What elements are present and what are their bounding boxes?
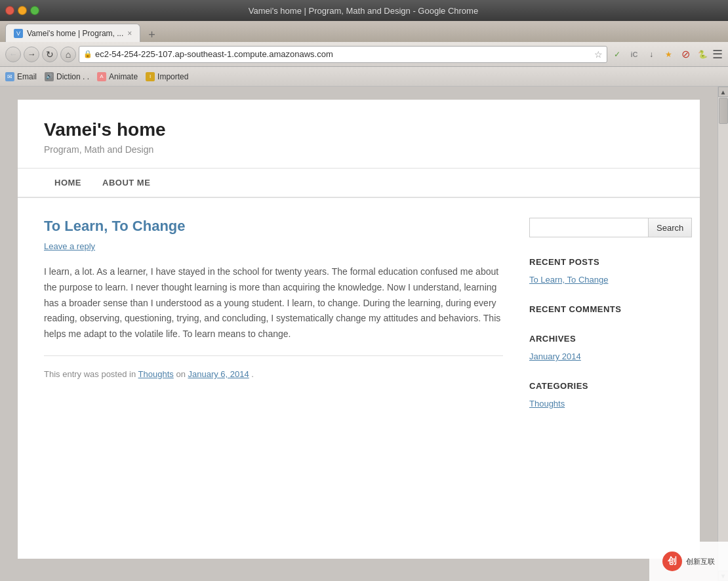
bookmark-imported-label: Imported <box>157 72 188 81</box>
tab-close-button[interactable]: × <box>127 29 132 38</box>
sidebar-categories: CATEGORIES Thoughts <box>529 381 674 409</box>
recent-post-link-0[interactable]: To Learn, To Change <box>529 275 674 285</box>
blog-subtitle: Program, Math and Design <box>44 144 674 155</box>
bookmark-email-label: Email <box>17 72 37 81</box>
footer-middle: on <box>176 369 185 379</box>
ext-ic-icon[interactable]: iC <box>627 47 641 62</box>
watermark: 创 创新互联 <box>649 542 728 581</box>
title-bar: Vamei's home | Program, Math and Design … <box>0 0 728 21</box>
scroll-up-button[interactable]: ▲ <box>718 87 729 97</box>
footer-category-link[interactable]: Thoughts <box>138 355 174 379</box>
ext-checkmark-icon[interactable]: ✓ <box>610 47 624 62</box>
scrollbar[interactable]: ▲ ▼ <box>718 87 728 581</box>
sidebar-recent-posts: RECENT POSTS To Learn, To Change <box>529 257 674 285</box>
back-button[interactable]: ← <box>5 47 21 62</box>
blog-nav: HOME ABOUT ME <box>18 169 700 198</box>
watermark-text: 创新互联 <box>686 557 715 567</box>
tab-bar: V Vamei's home | Program, ... × + <box>0 21 728 42</box>
categories-title: CATEGORIES <box>529 381 674 391</box>
nav-home[interactable]: HOME <box>44 169 92 197</box>
nav-extensions: ✓ iC ↓ ★ ⊘ 🐍 ☰ <box>610 47 723 62</box>
archive-link-0[interactable]: January 2014 <box>529 351 674 361</box>
ssl-icon: 🔒 <box>83 50 92 58</box>
post-reply-link[interactable]: Leave a reply <box>44 241 503 251</box>
blog-main: To Learn, To Change Leave a reply I lear… <box>18 198 700 448</box>
blog-container: Vamei's home Program, Math and Design HO… <box>18 100 700 559</box>
footer-date-link[interactable]: January 6, 2014 <box>188 355 249 379</box>
ext-stop-icon[interactable]: ⊘ <box>678 47 693 62</box>
recent-posts-title: RECENT POSTS <box>529 257 674 267</box>
watermark-logo: 创 <box>662 551 682 571</box>
reload-button[interactable]: ↻ <box>42 47 58 62</box>
bookmark-diction[interactable]: 🔊 Diction . . <box>45 72 89 81</box>
imported-favicon: I <box>146 72 155 81</box>
url-text: ec2-54-254-225-107.ap-southeast-1.comput… <box>95 49 592 59</box>
ext-star-icon[interactable]: ★ <box>661 47 676 62</box>
post-title[interactable]: To Learn, To Change <box>44 218 503 235</box>
active-tab[interactable]: V Vamei's home | Program, ... × <box>5 24 140 42</box>
blog-title: Vamei's home <box>44 119 674 140</box>
blog-header: Vamei's home Program, Math and Design <box>18 100 700 169</box>
recent-comments-title: RECENT COMMENTS <box>529 304 674 314</box>
footer-suffix: . <box>251 369 254 379</box>
bookmarks-bar: ✉ Email 🔊 Diction . . A Animate I Import… <box>0 67 728 87</box>
search-box: Search <box>529 218 674 237</box>
archives-title: ARCHIVES <box>529 334 674 344</box>
search-button[interactable]: Search <box>648 218 692 237</box>
bookmark-star-icon[interactable]: ☆ <box>594 49 603 60</box>
chrome-window: Vamei's home | Program, Math and Design … <box>0 0 728 581</box>
window-title: Vamei's home | Program, Math and Design … <box>4 6 723 16</box>
page-area: Vamei's home Program, Math and Design HO… <box>0 87 728 581</box>
bookmark-animate-label: Animate <box>109 72 138 81</box>
tab-label: Vamei's home | Program, ... <box>27 29 123 38</box>
home-button[interactable]: ⌂ <box>60 47 76 62</box>
bookmark-imported[interactable]: I Imported <box>146 72 188 81</box>
search-input[interactable] <box>529 218 648 237</box>
animate-favicon: A <box>97 72 106 81</box>
bookmark-email[interactable]: ✉ Email <box>5 72 37 81</box>
new-tab-button[interactable]: + <box>143 28 161 42</box>
bookmark-diction-label: Diction . . <box>56 72 89 81</box>
nav-bar: ← → ↻ ⌂ 🔒 ec2-54-254-225-107.ap-southeas… <box>0 42 728 67</box>
address-bar[interactable]: 🔒 ec2-54-254-225-107.ap-southeast-1.comp… <box>79 46 607 63</box>
nav-about[interactable]: ABOUT ME <box>92 169 161 197</box>
posts-area: To Learn, To Change Leave a reply I lear… <box>44 218 503 428</box>
ext-download-icon[interactable]: ↓ <box>644 47 658 62</box>
sidebar-archives: ARCHIVES January 2014 <box>529 334 674 361</box>
email-favicon: ✉ <box>5 72 14 81</box>
post-body-text: I learn, a lot. As a learner, I have sta… <box>44 266 500 339</box>
sidebar: Search RECENT POSTS To Learn, To Change … <box>529 218 674 428</box>
bookmark-animate[interactable]: A Animate <box>97 72 138 81</box>
scroll-track[interactable] <box>718 97 728 571</box>
post-body: I learn, a lot. As a learner, I have sta… <box>44 264 503 342</box>
page-content: Vamei's home Program, Math and Design HO… <box>0 87 718 581</box>
footer-prefix: This entry was posted in <box>44 369 136 379</box>
tab-favicon: V <box>14 29 23 38</box>
diction-favicon: 🔊 <box>45 72 54 81</box>
chrome-menu-button[interactable]: ☰ <box>712 47 723 62</box>
forward-button[interactable]: → <box>24 47 39 62</box>
post-footer: This entry was posted in Thoughts on Jan… <box>44 355 503 379</box>
scroll-thumb[interactable] <box>719 98 728 124</box>
ext-python-icon[interactable]: 🐍 <box>695 47 710 62</box>
sidebar-recent-comments: RECENT COMMENTS <box>529 304 674 314</box>
category-link-0[interactable]: Thoughts <box>529 399 674 409</box>
